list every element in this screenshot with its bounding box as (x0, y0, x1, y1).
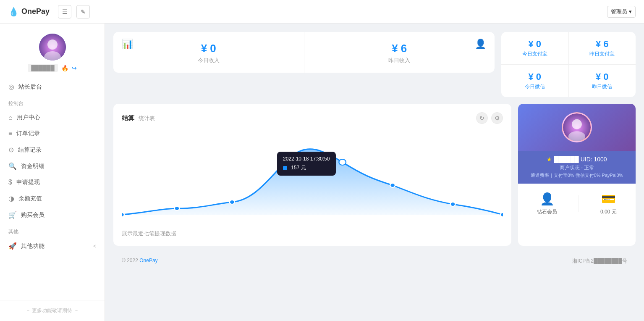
stats-left: 📊 ¥ 0 今日收入 ¥ 6 昨日收入 👤 (113, 32, 495, 97)
topbar-user-label: 管理员 (611, 8, 627, 16)
yesterday-income-card: ¥ 6 昨日收入 👤 (304, 32, 495, 73)
fire-icon[interactable]: 🔥 (61, 65, 68, 71)
topbar-left: 💧 OnePay ☰ ✎ (8, 5, 90, 18)
person-icon: 👤 (475, 39, 486, 50)
chart-title-group: 结算 统计表 (122, 114, 155, 122)
sidebar-item-label: 站长后台 (18, 83, 42, 91)
chart-footer-text: 展示最近七笔提现数据 (122, 230, 176, 237)
membership-item: 👤 钻石会员 (537, 192, 557, 216)
menu-button[interactable]: ☰ (58, 5, 71, 18)
cart-icon: 🛒 (8, 211, 17, 219)
sidebar-item-label: 用户中心 (17, 114, 40, 121)
chart-svg (122, 131, 503, 223)
chart-tooltip: 2022-10-18 17:30:50 157 元 (277, 152, 336, 176)
user-dropdown-button[interactable]: 管理员 ▾ (607, 6, 636, 18)
today-wechat-card: ¥ 0 今日微信 (501, 65, 569, 97)
person-diamond-icon: 👤 (540, 192, 555, 206)
recharge-icon: ◑ (8, 195, 14, 203)
chart-subtitle: 统计表 (139, 115, 155, 121)
yesterday-income-value: ¥ 6 (314, 40, 485, 55)
chevron-down-icon: ▾ (629, 8, 632, 15)
sidebar-bottom: － 更多功能敬请期待 － (0, 300, 105, 321)
today-income-value: ¥ 0 (123, 40, 294, 55)
sidebar-item-other-features[interactable]: 🚀 其他功能 < (0, 238, 105, 254)
topbar-right: 管理员 ▾ (607, 6, 636, 18)
yesterday-alipay-card: ¥ 6 昨日支付宝 (569, 32, 636, 64)
collapse-arrow-icon: < (93, 243, 96, 249)
membership-label: 钻石会员 (537, 208, 557, 216)
svg-point-4 (174, 206, 179, 210)
svg-point-14 (568, 131, 585, 142)
profile-masked-name: ██████ (554, 156, 579, 163)
sidebar-item-label: 余额充值 (18, 195, 42, 203)
edit-button[interactable]: ✎ (76, 5, 90, 18)
sidebar-item-user-center[interactable]: ⌂ 用户中心 (0, 110, 105, 126)
topbar-icons: ☰ ✎ (58, 5, 90, 18)
chart-wrapper: 2022-10-18 17:30:50 157 元 (122, 131, 503, 225)
rocket-icon: 🚀 (8, 242, 17, 250)
content-row: 结算 统计表 ↻ ⚙ (113, 104, 636, 246)
svg-point-9 (450, 202, 456, 206)
svg-point-8 (390, 183, 395, 187)
profile-card-status: 商户状态 - 正常 (525, 164, 629, 171)
sidebar-item-admin[interactable]: ◎ 站长后台 (0, 79, 105, 95)
logo-text: OnePay (21, 7, 50, 16)
today-income-label: 今日收入 (123, 57, 294, 64)
sidebar-item-settlement[interactable]: ⊙ 结算记录 (0, 142, 105, 158)
payment-stats-card: ¥ 0 今日支付宝 ¥ 6 昨日支付宝 ¥ 0 今日微信 ¥ 0 (501, 32, 636, 97)
income-stats-row: 📊 ¥ 0 今日收入 ¥ 6 昨日收入 👤 (113, 32, 495, 73)
topbar: 💧 OnePay ☰ ✎ 管理员 ▾ (0, 0, 644, 24)
section-label-other: 其他 (0, 223, 105, 238)
chart-settings-button[interactable]: ⚙ (491, 112, 503, 124)
svg-point-5 (230, 200, 235, 204)
sidebar: ██████ 🔥 ↪ ◎ 站长后台 控制台 ⌂ 用户中心 ≡ 订单记录 ⊙ 结算… (0, 24, 105, 321)
yesterday-alipay-label: 昨日支付宝 (579, 50, 626, 58)
sidebar-item-membership[interactable]: 🛒 购买会员 (0, 207, 105, 223)
profile-actions: ██████ 🔥 ↪ (28, 64, 76, 72)
sidebar-item-label: 申请提现 (16, 179, 40, 186)
footer-copyright: © 2022 (122, 258, 139, 263)
sidebar-item-withdraw[interactable]: $ 申请提现 (0, 174, 105, 190)
list-icon: ≡ (8, 130, 12, 137)
admin-icon: ◎ (8, 83, 14, 91)
footer-brand: OnePay (139, 258, 157, 263)
yesterday-wechat-card: ¥ 0 昨日微信 (569, 65, 636, 97)
check-circle-icon: ⊙ (8, 146, 14, 154)
sidebar-item-label: 资金明细 (21, 163, 45, 170)
footer: © 2022 OnePay 湘ICP备2████████号 (113, 253, 636, 270)
profile-uid: UID: 1000 (581, 156, 607, 163)
sidebar-item-recharge[interactable]: ◑ 余额充值 (0, 190, 105, 207)
profile-name: ██████ (28, 64, 58, 72)
profile-card-name: ★ ██████ UID: 1000 (525, 156, 629, 163)
yesterday-wechat-label: 昨日微信 (579, 83, 626, 90)
profile-card-avatar (562, 112, 592, 142)
profile-card-bottom: 👤 钻石会员 💳 0.00 元 (518, 184, 636, 224)
stats-wrapper: 📊 ¥ 0 今日收入 ¥ 6 昨日收入 👤 ¥ 0 今日支付 (113, 32, 636, 97)
today-alipay-card: ¥ 0 今日支付宝 (501, 32, 569, 64)
today-wechat-label: 今日微信 (511, 83, 558, 90)
avatar (39, 34, 66, 61)
svg-point-11 (339, 159, 346, 165)
logo: 💧 OnePay (8, 7, 50, 17)
dollar-icon: $ (8, 179, 12, 186)
chart-refresh-button[interactable]: ↻ (476, 112, 488, 124)
section-label-control: 控制台 (0, 95, 105, 110)
today-alipay-label: 今日支付宝 (511, 50, 558, 58)
logout-icon[interactable]: ↪ (72, 65, 77, 71)
yesterday-alipay-value: ¥ 6 (579, 39, 626, 50)
tooltip-value: 157 元 (291, 165, 306, 171)
yesterday-income-label: 昨日收入 (314, 57, 485, 64)
user-profile-card: ★ ██████ UID: 1000 商户状态 - 正常 通道费率｜支付宝0% … (518, 104, 636, 246)
sidebar-item-orders[interactable]: ≡ 订单记录 (0, 126, 105, 142)
search-icon: 🔍 (8, 162, 17, 170)
sidebar-bottom-text: － 更多功能敬请期待 － (26, 308, 79, 313)
layout: ██████ 🔥 ↪ ◎ 站长后台 控制台 ⌂ 用户中心 ≡ 订单记录 ⊙ 结算… (0, 24, 644, 321)
svg-point-10 (500, 213, 503, 217)
sidebar-item-finance[interactable]: 🔍 资金明细 (0, 158, 105, 174)
sidebar-item-label: 订单记录 (16, 130, 40, 137)
profile-card-banner (518, 104, 636, 151)
sidebar-item-label: 结算记录 (18, 146, 42, 154)
chart-card: 结算 统计表 ↻ ⚙ (113, 104, 511, 246)
chart-footer: 展示最近七笔提现数据 (122, 230, 503, 237)
chart-actions: ↻ ⚙ (476, 112, 503, 124)
